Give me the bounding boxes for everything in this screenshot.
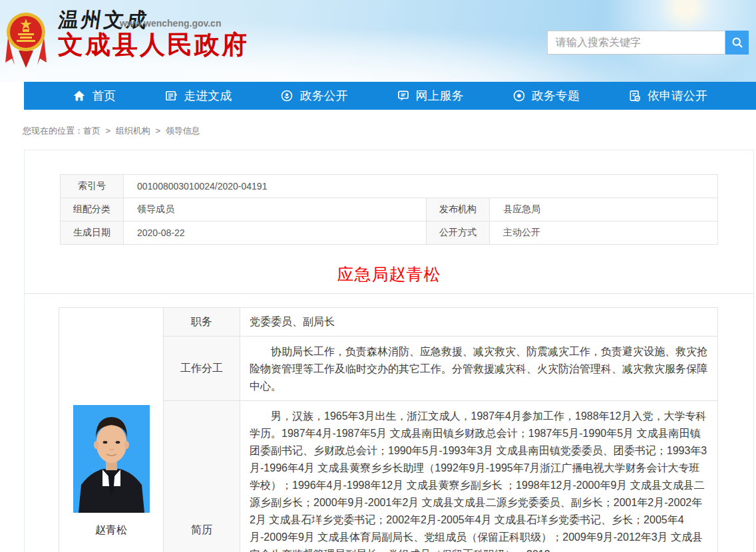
search-bar bbox=[547, 31, 749, 55]
profile-label-resume: 简历 bbox=[164, 401, 240, 552]
breadcrumb: 您现在的位置：首页 > 组织机构 > 领导信息 bbox=[0, 110, 756, 150]
meta-row-category-publisher: 组配分类 领导成员 发布机构 县应急局 bbox=[61, 198, 718, 221]
site-url: www.wencheng.gov.cn bbox=[120, 18, 221, 29]
nav-item-request-disclosure[interactable]: 依申请公开 bbox=[628, 88, 707, 104]
meta-row-date-method: 生成日期 2020-08-22 公开方式 主动公开 bbox=[61, 221, 718, 245]
profile-value-resume: 男，汉族，1965年3月出生，浙江文成人，1987年4月参加工作，1988年12… bbox=[240, 401, 718, 552]
profile-label-duty: 工作分工 bbox=[164, 337, 240, 401]
breadcrumb-separator: > bbox=[153, 126, 163, 136]
meta-label-date: 生成日期 bbox=[61, 221, 124, 245]
meta-value-index: 001008003010024/2020-04191 bbox=[124, 175, 718, 198]
meta-label-publisher: 发布机构 bbox=[427, 198, 490, 221]
newspaper-icon bbox=[164, 89, 178, 102]
home-icon bbox=[73, 89, 86, 102]
breadcrumb-prefix: 您现在的位置： bbox=[23, 126, 83, 136]
article-title: 应急局赵青松 bbox=[25, 263, 753, 285]
leader-photo-cell: 赵青松 bbox=[59, 308, 164, 552]
breadcrumb-home[interactable]: 首页 bbox=[83, 126, 100, 136]
meta-value-category: 领导成员 bbox=[124, 198, 427, 221]
nav-label: 首页 bbox=[92, 88, 116, 104]
meta-label-method: 公开方式 bbox=[427, 221, 490, 245]
document-meta-section: 索引号 001008003010024/2020-04191 组配分类 领导成员… bbox=[25, 150, 753, 294]
national-emblem-icon bbox=[5, 4, 47, 70]
profile-value-duty: 协助局长工作，负责森林消防、应急救援、减灾救灾、防震减灾工作，负责避灾设施、救灾… bbox=[240, 337, 718, 401]
nav-item-about[interactable]: 走进文成 bbox=[164, 88, 232, 104]
profile-value-position: 党委委员、副局长 bbox=[240, 308, 718, 337]
profile-row-position: 赵青松 职务 党委委员、副局长 bbox=[59, 308, 718, 337]
nav-label: 网上服务 bbox=[416, 88, 464, 104]
search-button[interactable] bbox=[725, 31, 749, 55]
meta-value-method: 主动公开 bbox=[490, 221, 718, 245]
nav-item-special-topics[interactable]: 政务专题 bbox=[512, 88, 580, 104]
breadcrumb-current: 领导信息 bbox=[166, 126, 200, 136]
target-icon bbox=[512, 89, 526, 102]
leader-name: 赵青松 bbox=[59, 523, 163, 537]
nav-label: 政务公开 bbox=[299, 88, 347, 104]
nav-item-gov-info[interactable]: 政务公开 bbox=[280, 88, 347, 104]
nav-label: 走进文成 bbox=[184, 88, 232, 104]
nav-label: 依申请公开 bbox=[648, 88, 707, 104]
search-input[interactable] bbox=[547, 31, 725, 55]
content-container: 索引号 001008003010024/2020-04191 组配分类 领导成员… bbox=[24, 150, 754, 552]
breadcrumb-separator: > bbox=[103, 126, 113, 136]
leader-profile-table: 赵青松 职务 党委委员、副局长 工作分工 协助局长工作，负责森林消防、应急救援、… bbox=[59, 307, 718, 552]
meta-label-index: 索引号 bbox=[61, 175, 124, 198]
breadcrumb-organization[interactable]: 组织机构 bbox=[116, 126, 150, 136]
meta-label-category: 组配分类 bbox=[61, 198, 124, 221]
nav-item-online-services[interactable]: 网上服务 bbox=[397, 88, 464, 104]
meta-value-publisher: 县应急局 bbox=[490, 198, 718, 221]
meta-value-date: 2020-08-22 bbox=[124, 221, 427, 245]
chat-icon bbox=[397, 89, 410, 102]
leader-photo bbox=[73, 405, 150, 513]
meta-row-index: 索引号 001008003010024/2020-04191 bbox=[61, 175, 718, 198]
search-icon bbox=[731, 36, 744, 49]
site-title: 文成县人民政府 bbox=[58, 28, 249, 62]
main-nav: 首页 走进文成 政务公开 网上服务 政务专题 bbox=[24, 82, 756, 110]
site-header: 温州文成 www.wencheng.gov.cn 文成县人民政府 bbox=[0, 0, 756, 82]
nav-label: 政务专题 bbox=[532, 88, 580, 104]
nav-item-home[interactable]: 首页 bbox=[73, 88, 116, 104]
broadcast-icon bbox=[280, 89, 293, 102]
request-doc-icon bbox=[628, 89, 642, 102]
document-meta-table: 索引号 001008003010024/2020-04191 组配分类 领导成员… bbox=[60, 174, 718, 245]
profile-label-position: 职务 bbox=[164, 308, 240, 337]
